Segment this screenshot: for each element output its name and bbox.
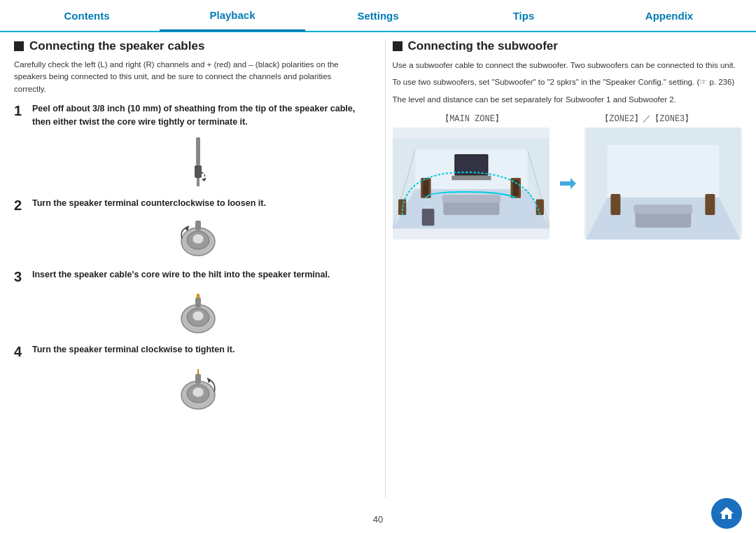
svg-point-11 [192,311,204,321]
left-section-title: Connecting the speaker cables [14,39,364,53]
terminal-loosen-icon [174,219,223,261]
zone-arrow [556,127,578,240]
step-1-number: 1 [14,102,28,119]
zone2-zone3-svg [584,127,742,240]
step-3-text: Insert the speaker cable's core wire to … [32,268,364,282]
step-3-illustration [32,291,364,336]
svg-rect-44 [634,205,693,214]
svg-rect-7 [195,221,201,230]
svg-rect-0 [196,137,200,165]
right-column: Connecting the subwoofer Use a subwoofer… [385,39,743,498]
svg-line-13 [197,294,197,298]
step-4: 4 Turn the speaker terminal clockwise to… [14,343,364,360]
svg-rect-29 [451,176,491,180]
svg-rect-36 [398,200,406,215]
step-2-text: Turn the speaker terminal counterclockwi… [32,197,364,210]
svg-rect-12 [195,298,201,307]
terminal-tighten-icon [174,366,223,415]
main-zone-svg [393,127,550,240]
nav-settings[interactable]: Settings [305,1,451,30]
svg-rect-19 [195,374,201,384]
nav-appendix[interactable]: Appendix [596,1,742,30]
svg-point-18 [192,387,204,397]
right-section-title: Connecting the subwoofer [393,39,743,53]
nav-playback[interactable]: Playback [160,1,305,32]
zone2-zone3-label: 【ZONE2】／【ZONE3】 [601,113,693,125]
svg-rect-31 [442,195,500,202]
nav-tips[interactable]: Tips [451,1,596,30]
svg-point-6 [192,234,204,244]
right-section-marker-icon [393,41,402,51]
left-intro-text: Carefully check the left (L) and right (… [14,59,364,95]
home-button[interactable] [711,498,742,529]
main-zone-image [393,127,550,240]
footer: 40 [0,505,756,533]
zone2-zone3-image [584,127,742,240]
subwoofer-desc-1: Use a subwoofer cable to connect the sub… [393,59,743,71]
svg-marker-39 [560,178,576,189]
svg-rect-28 [455,155,486,174]
svg-line-14 [199,294,200,298]
subwoofer-desc-2: To use two subwoofers, set "Subwoofer" t… [393,76,743,88]
left-column: Connecting the speaker cables Carefully … [14,39,371,498]
page-number: 40 [373,514,383,525]
main-content: Connecting the speaker cables Carefully … [0,32,756,505]
svg-rect-38 [421,209,434,226]
home-icon [718,505,735,522]
svg-rect-45 [611,194,621,215]
nav-contents[interactable]: Contents [14,1,160,30]
cable-insert-icon [174,291,223,336]
right-title-text: Connecting the subwoofer [408,39,558,53]
step-1-illustration [32,134,364,190]
step-4-number: 4 [14,343,28,360]
svg-rect-1 [195,165,202,178]
step-1: 1 Peel off about 3/8 inch (10 mm) of she… [14,102,364,129]
subwoofer-desc-3: The level and distance can be set separa… [393,93,743,106]
step-4-illustration [32,366,364,415]
top-navigation: Contents Playback Settings Tips Appendix [0,0,756,32]
arrow-right-icon [556,173,578,194]
zone-images-container [393,127,743,240]
step-3-number: 3 [14,268,28,285]
svg-rect-46 [706,194,715,215]
step-2-illustration [32,219,364,261]
section-marker-icon [14,41,24,51]
cable-peel-icon [181,134,216,190]
svg-rect-33 [423,180,428,195]
step-4-text: Turn the speaker terminal clockwise to t… [32,343,364,357]
svg-rect-42 [608,145,720,198]
step-1-text: Peel off about 3/8 inch (10 mm) of sheat… [32,102,364,129]
step-2: 2 Turn the speaker terminal counterclock… [14,197,364,214]
left-title-text: Connecting the speaker cables [29,39,204,53]
main-zone-label: 【MAIN ZONE】 [441,113,503,125]
step-3: 3 Insert the speaker cable's core wire t… [14,268,364,285]
step-2-number: 2 [14,197,28,214]
zone-labels: 【MAIN ZONE】 【ZONE2】／【ZONE3】 [393,113,743,125]
